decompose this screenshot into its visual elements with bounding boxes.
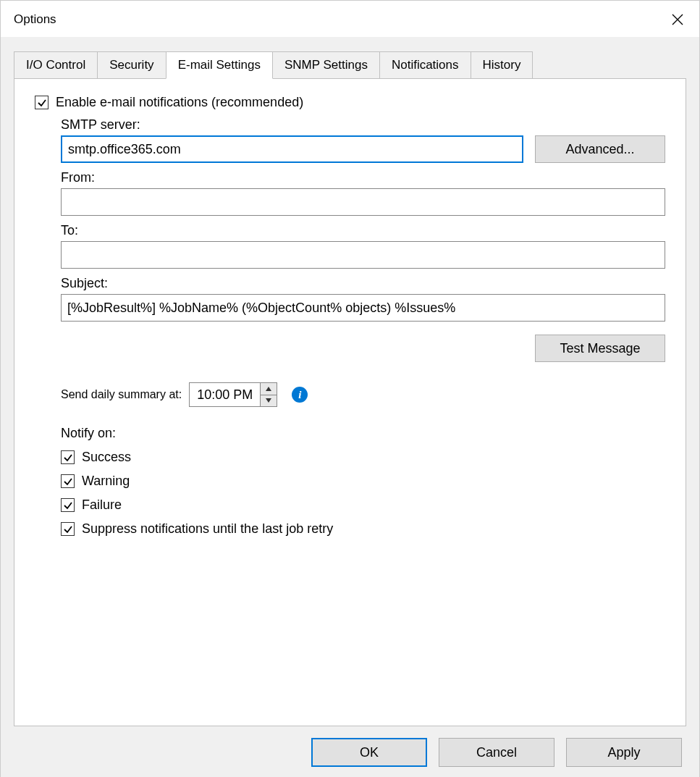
- tab-email-settings[interactable]: E-mail Settings: [166, 51, 273, 79]
- email-settings-panel: Enable e-mail notifications (recommended…: [14, 78, 686, 726]
- notify-failure-row: Failure: [61, 497, 665, 513]
- from-label: From:: [61, 170, 665, 185]
- titlebar: Options: [1, 1, 699, 37]
- to-input[interactable]: [61, 241, 665, 269]
- email-fields: SMTP server: Advanced... From: To: Subje…: [61, 117, 665, 537]
- window-title: Options: [14, 12, 56, 27]
- apply-button[interactable]: Apply: [566, 738, 682, 767]
- from-input[interactable]: [61, 188, 665, 216]
- notify-success-checkbox[interactable]: [61, 450, 75, 464]
- close-button[interactable]: [666, 8, 689, 31]
- notify-warning-checkbox[interactable]: [61, 474, 75, 488]
- cancel-button[interactable]: Cancel: [439, 738, 554, 767]
- tab-io-control[interactable]: I/O Control: [14, 51, 98, 78]
- notify-failure-checkbox[interactable]: [61, 498, 75, 512]
- chevron-up-icon: [266, 387, 271, 391]
- notify-success-label: Success: [82, 450, 131, 465]
- check-icon: [63, 524, 73, 534]
- daily-summary-time-value: 10:00 PM: [190, 383, 260, 406]
- notify-suppress-checkbox[interactable]: [61, 522, 75, 536]
- tab-history[interactable]: History: [471, 51, 534, 78]
- options-dialog: Options I/O Control Security E-mail Sett…: [0, 0, 700, 777]
- time-spin-up[interactable]: [261, 383, 277, 395]
- test-message-button[interactable]: Test Message: [535, 335, 665, 362]
- to-label: To:: [61, 223, 665, 238]
- close-icon: [672, 14, 683, 25]
- ok-button[interactable]: OK: [311, 738, 427, 767]
- info-icon[interactable]: i: [292, 387, 308, 403]
- check-icon: [63, 453, 73, 463]
- subject-input[interactable]: [61, 294, 665, 322]
- notify-warning-label: Warning: [82, 474, 130, 489]
- check-icon: [37, 98, 47, 108]
- check-icon: [63, 500, 73, 511]
- check-icon: [63, 476, 73, 487]
- enable-notifications-row: Enable e-mail notifications (recommended…: [35, 95, 665, 110]
- time-spin-down[interactable]: [261, 395, 277, 407]
- chevron-down-icon: [266, 398, 271, 403]
- enable-notifications-label: Enable e-mail notifications (recommended…: [56, 95, 303, 110]
- smtp-server-label: SMTP server:: [61, 117, 665, 133]
- notify-success-row: Success: [61, 450, 665, 465]
- dialog-body: I/O Control Security E-mail Settings SNM…: [1, 37, 699, 726]
- tab-notifications[interactable]: Notifications: [379, 51, 471, 78]
- notify-failure-label: Failure: [82, 497, 122, 513]
- notify-on-section: Notify on: Success Warning: [61, 426, 665, 537]
- tab-strip: I/O Control Security E-mail Settings SNM…: [14, 51, 686, 78]
- dialog-footer: OK Cancel Apply: [1, 726, 699, 777]
- notify-suppress-row: Suppress notifications until the last jo…: [61, 521, 665, 537]
- notify-suppress-label: Suppress notifications until the last jo…: [82, 521, 333, 537]
- subject-label: Subject:: [61, 276, 665, 291]
- tab-security[interactable]: Security: [97, 51, 166, 78]
- daily-summary-row: Send daily summary at: 10:00 PM i: [61, 382, 665, 407]
- notify-warning-row: Warning: [61, 474, 665, 489]
- smtp-server-input[interactable]: [61, 135, 523, 163]
- daily-summary-time-spinner[interactable]: 10:00 PM: [189, 382, 277, 407]
- tab-snmp-settings[interactable]: SNMP Settings: [272, 51, 380, 78]
- notify-on-label: Notify on:: [61, 426, 665, 441]
- advanced-button[interactable]: Advanced...: [535, 135, 665, 163]
- enable-notifications-checkbox[interactable]: [35, 96, 49, 109]
- daily-summary-label: Send daily summary at:: [61, 388, 182, 401]
